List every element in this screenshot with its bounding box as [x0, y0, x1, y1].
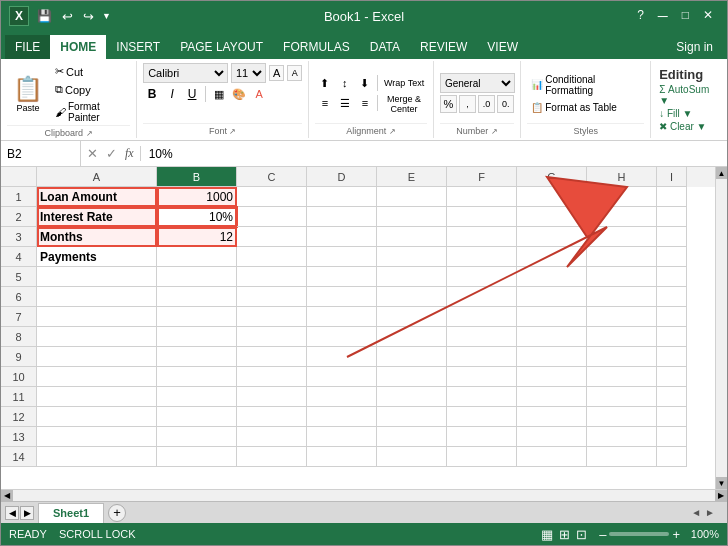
- cell-g9[interactable]: [517, 347, 587, 367]
- tab-page-layout[interactable]: PAGE LAYOUT: [170, 35, 273, 59]
- col-header-g[interactable]: G: [517, 167, 587, 187]
- cell-h9[interactable]: [587, 347, 657, 367]
- increase-decimal-button[interactable]: .0: [478, 95, 495, 113]
- row-header-6[interactable]: 6: [1, 287, 37, 307]
- cell-i1[interactable]: [657, 187, 687, 207]
- cell-b5[interactable]: [157, 267, 237, 287]
- tab-view[interactable]: VIEW: [477, 35, 528, 59]
- number-format-select[interactable]: General: [440, 73, 515, 93]
- cell-e8[interactable]: [377, 327, 447, 347]
- cell-g14[interactable]: [517, 447, 587, 467]
- border-button[interactable]: ▦: [210, 85, 228, 103]
- cell-h14[interactable]: [587, 447, 657, 467]
- cell-b10[interactable]: [157, 367, 237, 387]
- cell-i6[interactable]: [657, 287, 687, 307]
- cell-i12[interactable]: [657, 407, 687, 427]
- cell-c4[interactable]: [237, 247, 307, 267]
- tab-insert[interactable]: INSERT: [106, 35, 170, 59]
- col-header-h[interactable]: H: [587, 167, 657, 187]
- save-icon[interactable]: 💾: [35, 7, 54, 25]
- cell-a9[interactable]: [37, 347, 157, 367]
- cell-b14[interactable]: [157, 447, 237, 467]
- cell-e9[interactable]: [377, 347, 447, 367]
- help-button[interactable]: ?: [631, 6, 650, 26]
- cell-h4[interactable]: [587, 247, 657, 267]
- cell-b8[interactable]: [157, 327, 237, 347]
- col-header-d[interactable]: D: [307, 167, 377, 187]
- row-header-13[interactable]: 13: [1, 427, 37, 447]
- cell-g2[interactable]: [517, 207, 587, 227]
- cell-c13[interactable]: [237, 427, 307, 447]
- cell-c5[interactable]: [237, 267, 307, 287]
- cell-d6[interactable]: [307, 287, 377, 307]
- copy-button[interactable]: ⧉ Copy: [53, 81, 130, 98]
- cell-e1[interactable]: [377, 187, 447, 207]
- scroll-indicator-right[interactable]: ►: [705, 507, 715, 518]
- cell-h8[interactable]: [587, 327, 657, 347]
- cell-c14[interactable]: [237, 447, 307, 467]
- col-header-a[interactable]: A: [37, 167, 157, 187]
- cell-i2[interactable]: [657, 207, 687, 227]
- sheet-tab-sheet1[interactable]: Sheet1: [38, 503, 104, 523]
- cell-h5[interactable]: [587, 267, 657, 287]
- cell-f4[interactable]: [447, 247, 517, 267]
- close-button[interactable]: ✕: [697, 6, 719, 26]
- insert-function-button[interactable]: fx: [123, 146, 136, 161]
- row-header-7[interactable]: 7: [1, 307, 37, 327]
- minimize-button[interactable]: ─: [652, 6, 674, 26]
- cell-i8[interactable]: [657, 327, 687, 347]
- normal-view-button[interactable]: ▦: [541, 527, 553, 542]
- tab-formulas[interactable]: FORMULAS: [273, 35, 360, 59]
- cell-i11[interactable]: [657, 387, 687, 407]
- col-header-i[interactable]: I: [657, 167, 687, 187]
- cell-a3[interactable]: Months: [37, 227, 157, 247]
- cell-i4[interactable]: [657, 247, 687, 267]
- cell-b11[interactable]: [157, 387, 237, 407]
- cell-g10[interactable]: [517, 367, 587, 387]
- cell-f9[interactable]: [447, 347, 517, 367]
- formula-confirm-button[interactable]: ✓: [104, 146, 119, 161]
- cell-d11[interactable]: [307, 387, 377, 407]
- cell-b12[interactable]: [157, 407, 237, 427]
- cell-h12[interactable]: [587, 407, 657, 427]
- font-name-select[interactable]: Calibri: [143, 63, 228, 83]
- cell-i5[interactable]: [657, 267, 687, 287]
- cell-c12[interactable]: [237, 407, 307, 427]
- tab-data[interactable]: DATA: [360, 35, 410, 59]
- cell-c7[interactable]: [237, 307, 307, 327]
- cell-e12[interactable]: [377, 407, 447, 427]
- decrease-font-button[interactable]: A: [287, 65, 302, 81]
- cell-a11[interactable]: [37, 387, 157, 407]
- col-header-b[interactable]: B: [157, 167, 237, 187]
- cell-i7[interactable]: [657, 307, 687, 327]
- cell-c1[interactable]: [237, 187, 307, 207]
- cell-f14[interactable]: [447, 447, 517, 467]
- row-header-11[interactable]: 11: [1, 387, 37, 407]
- cell-d9[interactable]: [307, 347, 377, 367]
- tab-review[interactable]: REVIEW: [410, 35, 477, 59]
- cell-e4[interactable]: [377, 247, 447, 267]
- cell-c6[interactable]: [237, 287, 307, 307]
- cell-c3[interactable]: [237, 227, 307, 247]
- cell-i9[interactable]: [657, 347, 687, 367]
- align-middle-button[interactable]: ↕: [335, 74, 354, 92]
- cell-e3[interactable]: [377, 227, 447, 247]
- fill-color-button[interactable]: 🎨: [230, 85, 248, 103]
- cell-h2[interactable]: [587, 207, 657, 227]
- cell-d8[interactable]: [307, 327, 377, 347]
- cell-f8[interactable]: [447, 327, 517, 347]
- redo-icon[interactable]: ↪: [81, 7, 96, 26]
- cell-g5[interactable]: [517, 267, 587, 287]
- cell-b1[interactable]: 1000: [157, 187, 237, 207]
- increase-font-button[interactable]: A: [269, 65, 284, 81]
- underline-button[interactable]: U: [183, 85, 201, 103]
- cell-f12[interactable]: [447, 407, 517, 427]
- cut-button[interactable]: ✂ Cut: [53, 63, 130, 80]
- cell-f2[interactable]: [447, 207, 517, 227]
- undo-icon[interactable]: ↩: [60, 7, 75, 26]
- paste-button[interactable]: 📋 Paste: [7, 71, 49, 117]
- cell-i14[interactable]: [657, 447, 687, 467]
- align-left-button[interactable]: ≡: [315, 94, 334, 112]
- italic-button[interactable]: I: [163, 85, 181, 103]
- row-header-9[interactable]: 9: [1, 347, 37, 367]
